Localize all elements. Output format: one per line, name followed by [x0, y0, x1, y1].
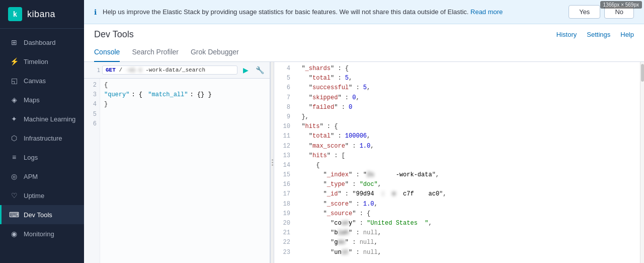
line-num-toolbar: 1 [88, 67, 100, 74]
output-line: 19 "_source" : { [274, 209, 640, 219]
code-area: 2 3 4 5 6 { "query": { "match_all": {} }… [84, 79, 270, 263]
dashboard-icon: ⊞ [10, 38, 19, 47]
line-number: 8 [278, 103, 294, 112]
maps-icon: ◈ [10, 95, 19, 104]
tab-console[interactable]: Console [94, 44, 120, 62]
info-icon: ℹ [94, 8, 97, 16]
output-line: 9 }, [274, 112, 640, 122]
sidebar-item-logs[interactable]: ≡ Logs [0, 148, 84, 167]
line-number: 22 [278, 238, 294, 247]
wrench-button[interactable]: 🔧 [254, 64, 266, 76]
sidebar-item-label: Canvas [24, 77, 46, 85]
devtools-header: Dev Tools History Settings Help [84, 24, 644, 40]
sidebar-item-label: Uptime [24, 192, 44, 200]
infrastructure-icon: ⬡ [10, 134, 19, 143]
logo-text: kibana [27, 9, 55, 20]
output-line: 14 { [274, 161, 640, 170]
sidebar: k kibana ⊞ Dashboard ⚡ Timelion ◱ Canvas… [0, 0, 84, 263]
sidebar-item-dashboard[interactable]: ⊞ Dashboard [0, 33, 84, 52]
header-actions: History Settings Help [556, 31, 634, 38]
read-more-link[interactable]: Read more [470, 8, 503, 16]
sidebar-item-canvas[interactable]: ◱ Canvas [0, 71, 84, 90]
settings-button[interactable]: Settings [587, 31, 610, 38]
divider-handle [272, 159, 273, 166]
code-line: } [104, 100, 266, 109]
right-pane: 4 "_shards" : { 5 "total" : 5, 6 "succes… [274, 62, 644, 263]
canvas-icon: ◱ [10, 76, 19, 85]
output-line: 23 "unit" : null, [274, 248, 640, 257]
left-pane: 1 GET / -si c -work-data/_search ▶ 🔧 2 3… [84, 62, 270, 263]
sidebar-item-monitoring[interactable]: ◉ Monitoring [0, 224, 84, 243]
uptime-icon: ♡ [10, 191, 19, 200]
output-line: 11 "total" : 100006, [274, 132, 640, 141]
scrollbar-thumb[interactable] [641, 64, 644, 82]
pane-divider[interactable] [270, 62, 274, 263]
help-button[interactable]: Help [620, 31, 634, 38]
line-number: 11 [278, 132, 294, 141]
divider-dot [272, 164, 273, 166]
sidebar-item-uptime[interactable]: ♡ Uptime [0, 186, 84, 205]
line-number: 12 [278, 142, 294, 151]
output-line: 16 "_type" : "doc", [274, 180, 640, 189]
sidebar-item-machine-learning[interactable]: ✦ Machine Learning [0, 109, 84, 128]
page-title: Dev Tools [94, 29, 134, 40]
sidebar-item-dev-tools[interactable]: ⌨ Dev Tools [0, 205, 84, 224]
sidebar-item-infrastructure[interactable]: ⬡ Infrastructure [0, 128, 84, 148]
dimension-badge: 1366px × 569px [600, 1, 642, 9]
output-line: 22 "geo" : null, [274, 238, 640, 247]
sidebar-nav: ⊞ Dashboard ⚡ Timelion ◱ Canvas ◈ Maps ✦… [0, 29, 84, 263]
logo-icon: k [8, 7, 22, 21]
sidebar-item-label: Maps [24, 96, 40, 104]
output-line: 6 "successful" : 5, [274, 83, 640, 93]
output-area[interactable]: 4 "_shards" : { 5 "total" : 5, 6 "succes… [274, 62, 640, 263]
line-number: 20 [278, 219, 294, 228]
sidebar-item-timelion[interactable]: ⚡ Timelion [0, 52, 84, 71]
line-number: 7 [278, 93, 294, 103]
main-content: ℹ Help us improve the Elastic Stack by p… [84, 0, 644, 263]
line-number: 19 [278, 209, 294, 219]
line-number: 17 [278, 189, 294, 199]
banner-text-content: Help us improve the Elastic Stack by pro… [103, 8, 468, 16]
output-line: 10 "hits" : { [274, 122, 640, 132]
sidebar-item-maps[interactable]: ◈ Maps [0, 90, 84, 109]
output-line: 15 "_index" : "2s -work-data", [274, 170, 640, 180]
line-number: 21 [278, 228, 294, 238]
output-line: 12 "max_score" : 1.0, [274, 142, 640, 151]
output-line: 13 "hits" : [ [274, 151, 640, 161]
history-button[interactable]: History [556, 31, 577, 38]
line-number: 9 [278, 112, 294, 122]
tab-search-profiler[interactable]: Search Profiler [132, 44, 179, 62]
line-number: 18 [278, 200, 294, 209]
banner-message: Help us improve the Elastic Stack by pro… [103, 8, 562, 16]
sidebar-item-label: Timelion [24, 58, 48, 65]
apm-icon: ◎ [10, 172, 19, 181]
output-line: 4 "_shards" : { [274, 64, 640, 74]
logo-area[interactable]: k kibana [0, 0, 84, 29]
machine-learning-icon: ✦ [10, 114, 19, 123]
output-line: 17 "_id" : "99d94 : e c7f ac0", [274, 189, 640, 199]
code-line: "query": { "match_all": {} } [104, 90, 266, 100]
tabs-bar: Console Search Profiler Grok Debugger [84, 40, 644, 62]
line-number: 4 [278, 64, 294, 74]
line-number: 5 [278, 74, 294, 83]
output-line: 7 "skipped" : 0, [274, 93, 640, 103]
method-label: GET [106, 67, 116, 73]
dev-tools-icon: ⌨ [10, 210, 19, 219]
line-numbers: 2 3 4 5 6 [84, 79, 100, 263]
code-editor[interactable]: { "query": { "match_all": {} } } [100, 79, 270, 263]
line-number: 10 [278, 122, 294, 132]
sidebar-item-label: Dashboard [24, 39, 56, 46]
editor-area: 1 GET / -si c -work-data/_search ▶ 🔧 2 3… [84, 62, 644, 263]
sidebar-item-label: Infrastructure [24, 135, 62, 142]
scrollbar[interactable] [640, 62, 644, 263]
sidebar-item-apm[interactable]: ◎ APM [0, 167, 84, 186]
yes-button[interactable]: Yes [569, 5, 600, 19]
monitoring-icon: ◉ [10, 229, 19, 238]
tab-grok-debugger[interactable]: Grok Debugger [191, 44, 239, 62]
line-number: 16 [278, 180, 294, 189]
divider-dot [272, 159, 273, 161]
toolbar-url: GET / -si c -work-data/_search [102, 65, 237, 75]
output-line: 8 "failed" : 0 [274, 103, 640, 112]
run-button[interactable]: ▶ [239, 64, 252, 76]
sidebar-item-label: Machine Learning [24, 115, 75, 123]
